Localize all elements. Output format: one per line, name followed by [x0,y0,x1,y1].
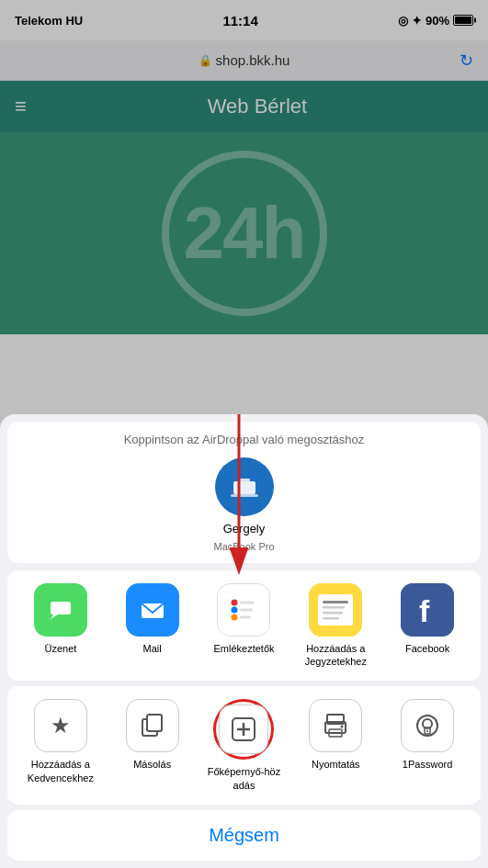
svg-rect-1 [233,481,255,494]
reminders-label: Emlékeztetők [213,642,274,655]
svg-point-38 [426,730,428,732]
action-copy[interactable]: Másolás [116,699,189,771]
reminders-icon [217,583,270,637]
app-messages[interactable]: Üzenet [28,583,94,655]
notes-icon [309,583,362,637]
svg-rect-15 [240,608,253,611]
action-1password[interactable]: 1Password [391,699,464,771]
app-mail[interactable]: Mail [119,583,186,655]
svg-rect-27 [147,715,162,731]
action-bookmark[interactable]: ★ Hozzáadás a Kedvencekhez [24,699,97,784]
svg-rect-3 [239,479,250,481]
airdrop-device-name: Gergely [223,522,266,535]
1password-icon [401,699,454,752]
messages-label: Üzenet [44,642,76,655]
svg-rect-17 [240,615,251,618]
svg-point-16 [232,614,238,620]
print-label: Nyomtatás [312,758,360,771]
apps-row: Üzenet Mail [7,570,481,682]
svg-text:f: f [419,593,430,628]
airdrop-device-gergely[interactable]: Gergely MacBook Pro [213,457,274,552]
actions-row: ★ Hozzáadás a Kedvencekhez Másolás [7,686,481,805]
app-facebook[interactable]: f Facebook [394,583,460,655]
messages-icon [34,583,87,637]
facebook-label: Facebook [405,642,449,655]
svg-rect-23 [323,617,339,620]
copy-label: Másolás [133,758,171,771]
airdrop-section: Koppintson az AirDroppal való megosztásh… [7,422,481,563]
add-home-icon [219,705,268,754]
cancel-section: Mégsem [7,810,481,861]
app-notes[interactable]: Hozzáadás a Jegyzetekhez [302,583,369,669]
svg-rect-13 [240,601,255,603]
app-reminders[interactable]: Emlékeztetők [210,583,277,655]
action-add-home[interactable]: Főképernyő-höz adás [207,699,280,792]
add-home-label: Főképernyő-höz adás [207,765,280,792]
airdrop-avatar [215,457,274,516]
svg-rect-2 [231,494,258,497]
airdrop-hint: Koppintson az AirDroppal való megosztásh… [7,433,481,446]
svg-rect-20 [323,601,348,603]
share-sheet: Koppintson az AirDroppal való megosztásh… [0,414,488,868]
bookmark-icon: ★ [34,699,87,752]
svg-rect-7 [51,602,71,614]
svg-rect-19 [318,594,353,626]
svg-point-12 [232,599,238,605]
print-icon [309,699,362,752]
airdrop-device-sub: MacBook Pro [213,541,274,552]
svg-point-34 [341,726,344,728]
bookmark-label: Hozzáadás a Kedvencekhez [24,758,97,784]
mail-icon [126,583,179,637]
1password-label: 1Password [403,758,452,771]
mail-label: Mail [143,642,162,655]
facebook-icon: f [401,583,454,637]
copy-icon [126,699,179,752]
svg-rect-22 [323,612,343,614]
cancel-button[interactable]: Mégsem [7,810,481,861]
svg-point-14 [232,606,238,613]
action-print[interactable]: Nyomtatás [299,699,372,771]
airdrop-avatar-icon [215,457,274,516]
notes-label: Hozzáadás a Jegyzetekhez [304,642,367,669]
svg-rect-21 [323,606,345,609]
airdrop-devices: Gergely MacBook Pro [7,457,481,552]
star-icon: ★ [51,713,71,738]
